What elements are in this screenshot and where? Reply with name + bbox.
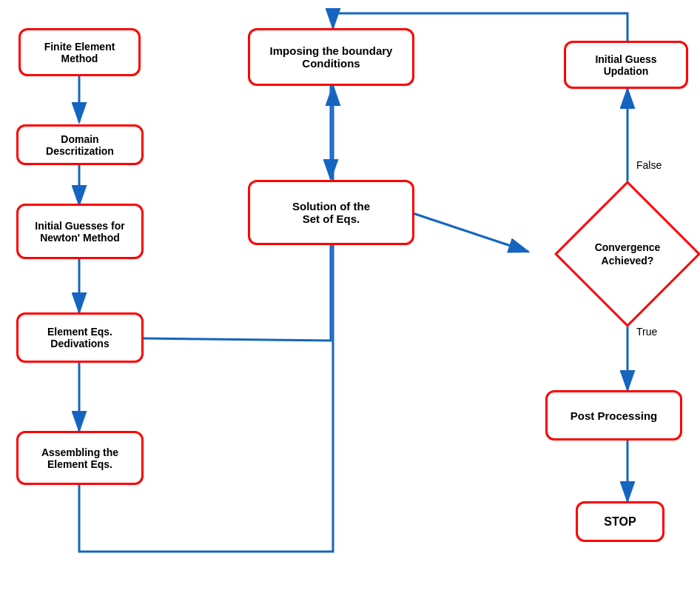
convergence-label: ConvergenceAchieved? [595, 241, 661, 267]
domain-box: Domain Descritization [16, 124, 144, 165]
flowchart-diagram: Finite Element Method Domain Descritizat… [0, 0, 700, 596]
initial-guess-updation-box: Initial GuessUpdation [564, 41, 688, 89]
svg-line-7 [411, 212, 528, 252]
stop-box: STOP [576, 501, 664, 542]
finite-element-box: Finite Element Method [18, 28, 141, 76]
assembling-label: Assembling theElement Eqs. [41, 446, 118, 470]
initial-guesses-label: Initial Guesses forNewton' Method [35, 220, 124, 244]
convergence-diamond: ConvergenceAchieved? [528, 184, 700, 324]
finite-element-label: Finite Element Method [28, 41, 131, 64]
imposing-box: Imposing the boundaryConditions [248, 28, 414, 86]
solution-label: Solution of theSet of Eqs. [292, 200, 370, 225]
false-label: False [636, 159, 662, 171]
imposing-label: Imposing the boundaryConditions [270, 44, 393, 70]
assembling-box: Assembling theElement Eqs. [16, 431, 144, 485]
initial-guesses-box: Initial Guesses forNewton' Method [16, 204, 144, 259]
element-eqs-box: Element Eqs.Dedivations [16, 312, 144, 363]
solution-box: Solution of theSet of Eqs. [248, 180, 414, 245]
true-label: True [636, 326, 657, 338]
post-processing-box: Post Processing [545, 390, 682, 441]
initial-guess-updation-label: Initial GuessUpdation [595, 53, 656, 77]
stop-label: STOP [604, 515, 636, 529]
post-processing-label: Post Processing [571, 409, 658, 422]
element-eqs-label: Element Eqs.Dedivations [47, 326, 112, 349]
domain-label: Domain Descritization [26, 133, 134, 157]
